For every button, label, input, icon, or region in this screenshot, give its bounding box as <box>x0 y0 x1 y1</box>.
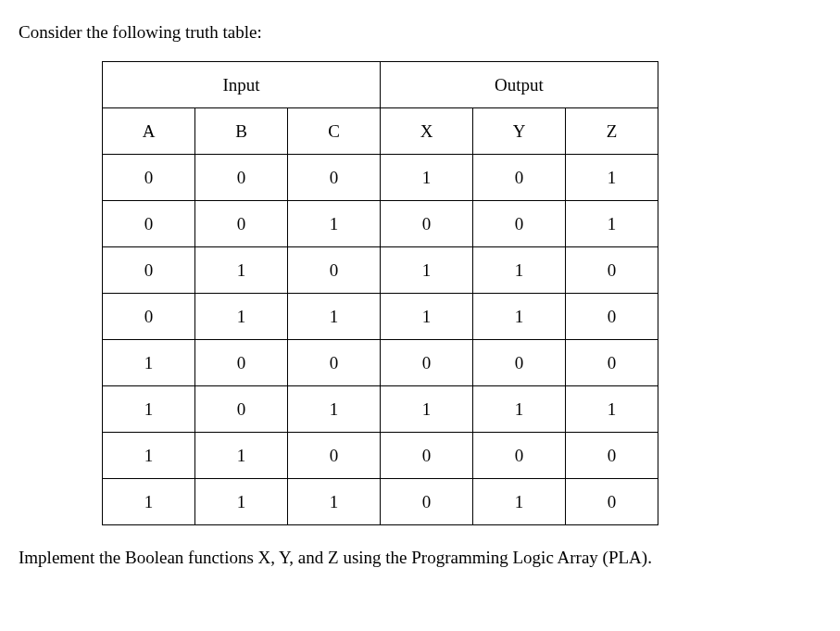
cell: 0 <box>381 340 473 386</box>
cell: 1 <box>473 294 566 340</box>
truth-table: Input Output A B C X Y Z 0 0 0 1 0 1 <box>102 61 658 525</box>
cell: 0 <box>566 433 658 479</box>
cell: 1 <box>195 247 288 294</box>
input-group-header: Input <box>103 62 381 108</box>
cell: 0 <box>103 247 195 294</box>
table-row: 1 0 0 0 0 0 <box>103 340 658 386</box>
col-header-b: B <box>195 108 288 155</box>
cell: 1 <box>473 479 566 525</box>
cell: 0 <box>195 340 288 386</box>
cell: 0 <box>288 155 381 201</box>
cell: 1 <box>195 294 288 340</box>
cell: 1 <box>195 433 288 479</box>
cell: 0 <box>566 479 658 525</box>
cell: 1 <box>195 479 288 525</box>
cell: 0 <box>473 155 566 201</box>
table-row: 0 0 1 0 0 1 <box>103 201 658 247</box>
table-row: 1 1 1 0 1 0 <box>103 479 658 525</box>
cell: 0 <box>103 201 195 247</box>
cell: 1 <box>566 155 658 201</box>
closing-text: Implement the Boolean functions X, Y, an… <box>19 548 821 568</box>
cell: 0 <box>381 201 473 247</box>
col-header-c: C <box>288 108 381 155</box>
cell: 1 <box>103 340 195 386</box>
truth-table-wrapper: Input Output A B C X Y Z 0 0 0 1 0 1 <box>19 61 821 525</box>
table-row: 0 1 0 1 1 0 <box>103 247 658 294</box>
col-header-a: A <box>103 108 195 155</box>
cell: 0 <box>195 155 288 201</box>
output-group-header: Output <box>381 62 658 108</box>
cell: 0 <box>566 247 658 294</box>
cell: 0 <box>288 433 381 479</box>
cell: 0 <box>381 433 473 479</box>
cell: 1 <box>288 479 381 525</box>
cell: 1 <box>381 155 473 201</box>
cell: 0 <box>566 340 658 386</box>
table-row: 0 0 0 1 0 1 <box>103 155 658 201</box>
cell: 1 <box>473 386 566 433</box>
cell: 1 <box>103 479 195 525</box>
cell: 1 <box>288 294 381 340</box>
cell: 0 <box>473 433 566 479</box>
truth-table-body: 0 0 0 1 0 1 0 0 1 0 0 1 0 1 0 1 1 0 <box>103 155 658 525</box>
intro-text: Consider the following truth table: <box>19 22 821 43</box>
table-row: 1 1 0 0 0 0 <box>103 433 658 479</box>
col-header-z: Z <box>566 108 658 155</box>
cell: 0 <box>195 386 288 433</box>
cell: 1 <box>288 201 381 247</box>
cell: 1 <box>103 433 195 479</box>
cell: 0 <box>288 247 381 294</box>
cell: 0 <box>288 340 381 386</box>
cell: 1 <box>566 201 658 247</box>
cell: 0 <box>473 340 566 386</box>
cell: 0 <box>381 479 473 525</box>
table-row: 1 0 1 1 1 1 <box>103 386 658 433</box>
col-header-x: X <box>381 108 473 155</box>
col-header-y: Y <box>473 108 566 155</box>
cell: 0 <box>103 294 195 340</box>
cell: 0 <box>566 294 658 340</box>
cell: 1 <box>288 386 381 433</box>
table-row: 0 1 1 1 1 0 <box>103 294 658 340</box>
group-header-row: Input Output <box>103 62 658 108</box>
cell: 0 <box>195 201 288 247</box>
cell: 1 <box>381 247 473 294</box>
cell: 1 <box>103 386 195 433</box>
cell: 0 <box>473 201 566 247</box>
column-header-row: A B C X Y Z <box>103 108 658 155</box>
cell: 1 <box>566 386 658 433</box>
cell: 1 <box>381 386 473 433</box>
cell: 0 <box>103 155 195 201</box>
cell: 1 <box>473 247 566 294</box>
cell: 1 <box>381 294 473 340</box>
